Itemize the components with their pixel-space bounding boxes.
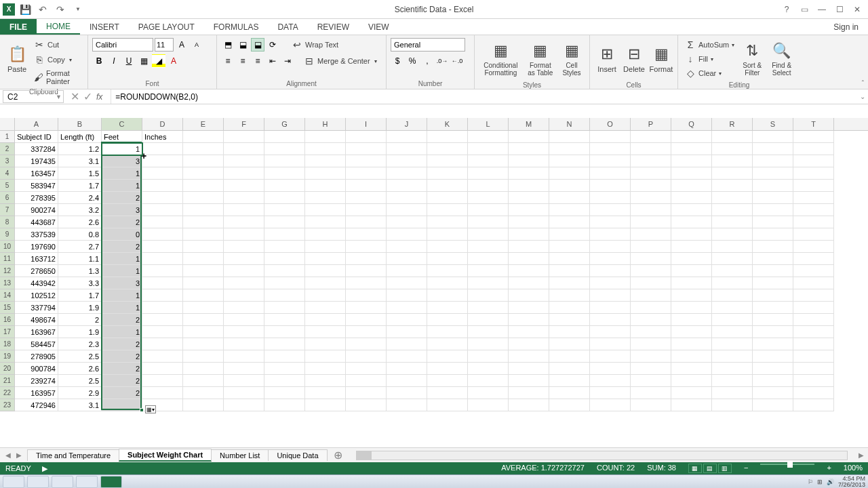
- cell[interactable]: [793, 338, 834, 350]
- cell[interactable]: [793, 204, 834, 216]
- cell[interactable]: 278905: [15, 350, 58, 363]
- cell[interactable]: [387, 253, 427, 265]
- cell[interactable]: [549, 289, 590, 302]
- cell[interactable]: [549, 180, 590, 192]
- cell[interactable]: [468, 277, 509, 289]
- cell[interactable]: [468, 167, 509, 180]
- format-painter-button[interactable]: 🖌Format Painter: [31, 68, 83, 87]
- cell[interactable]: [753, 253, 793, 265]
- cell[interactable]: [305, 314, 346, 326]
- cell[interactable]: [509, 180, 549, 192]
- cell[interactable]: [793, 253, 834, 265]
- cell[interactable]: [671, 375, 712, 387]
- row-header[interactable]: 12: [0, 265, 15, 277]
- cell[interactable]: 2.3: [58, 338, 102, 350]
- cell[interactable]: [183, 363, 224, 375]
- row-header[interactable]: 11: [0, 253, 15, 265]
- cell[interactable]: 3.1: [58, 155, 102, 167]
- cell[interactable]: [793, 326, 834, 338]
- font-size-select[interactable]: [155, 38, 174, 52]
- row-header[interactable]: 6: [0, 192, 15, 204]
- tab-review[interactable]: REVIEW: [308, 19, 359, 35]
- row-header[interactable]: 13: [0, 277, 15, 289]
- taskbar-explorer-icon[interactable]: [27, 476, 49, 488]
- copy-button[interactable]: ⎘Copy▾: [31, 53, 83, 66]
- find-select-button[interactable]: 🔍Find & Select: [767, 38, 796, 80]
- cell[interactable]: 3.2: [58, 204, 102, 216]
- cell[interactable]: [631, 167, 671, 180]
- cell[interactable]: [793, 289, 834, 302]
- cell[interactable]: [387, 387, 427, 399]
- cell[interactable]: [183, 277, 224, 289]
- align-right-icon[interactable]: ≡: [251, 54, 264, 68]
- cell[interactable]: [753, 350, 793, 363]
- namebox-dropdown-icon[interactable]: ▼: [56, 94, 62, 100]
- row-header[interactable]: 9: [0, 228, 15, 241]
- cell[interactable]: [509, 192, 549, 204]
- tab-insert[interactable]: INSERT: [80, 19, 129, 35]
- clear-button[interactable]: ◇Clear▾: [682, 66, 737, 80]
- cell[interactable]: [305, 387, 346, 399]
- column-header[interactable]: S: [753, 118, 793, 130]
- cell[interactable]: [671, 326, 712, 338]
- increase-indent-icon[interactable]: ⇥: [281, 54, 294, 68]
- cell[interactable]: [427, 253, 468, 265]
- cell[interactable]: [631, 204, 671, 216]
- cell[interactable]: [305, 375, 346, 387]
- cell[interactable]: [346, 399, 387, 411]
- cell[interactable]: 102512: [15, 289, 58, 302]
- cell[interactable]: [549, 204, 590, 216]
- cell[interactable]: [793, 277, 834, 289]
- cell[interactable]: [549, 375, 590, 387]
- cell[interactable]: [305, 131, 346, 143]
- cell[interactable]: [142, 167, 183, 180]
- column-header[interactable]: T: [793, 118, 834, 130]
- bold-button[interactable]: B: [92, 54, 106, 68]
- percent-format-icon[interactable]: %: [406, 54, 419, 68]
- cell[interactable]: [387, 192, 427, 204]
- row-header[interactable]: 2: [0, 143, 15, 155]
- cell[interactable]: [631, 277, 671, 289]
- cell[interactable]: [387, 180, 427, 192]
- cell[interactable]: [590, 350, 631, 363]
- taskbar-app-icon[interactable]: [76, 476, 98, 488]
- cell[interactable]: [346, 265, 387, 277]
- cell[interactable]: [142, 216, 183, 228]
- cell[interactable]: [305, 277, 346, 289]
- cell[interactable]: [631, 253, 671, 265]
- cell[interactable]: [549, 363, 590, 375]
- sheet-tab-time-temp[interactable]: Time and Temperature: [27, 449, 119, 461]
- cell[interactable]: [712, 143, 753, 155]
- cell[interactable]: [142, 387, 183, 399]
- cell[interactable]: [590, 265, 631, 277]
- cell[interactable]: [590, 167, 631, 180]
- cell[interactable]: [427, 314, 468, 326]
- cell[interactable]: [346, 289, 387, 302]
- row-header[interactable]: 18: [0, 338, 15, 350]
- cell[interactable]: [142, 289, 183, 302]
- cell[interactable]: [264, 399, 305, 411]
- cell[interactable]: [427, 216, 468, 228]
- cell[interactable]: 1.7: [58, 289, 102, 302]
- cell[interactable]: [468, 314, 509, 326]
- cell[interactable]: [549, 399, 590, 411]
- cell[interactable]: [509, 228, 549, 241]
- cell[interactable]: [142, 302, 183, 314]
- cell[interactable]: [305, 228, 346, 241]
- row-header[interactable]: 7: [0, 204, 15, 216]
- cell[interactable]: [387, 131, 427, 143]
- cell[interactable]: [793, 375, 834, 387]
- cell[interactable]: [387, 228, 427, 241]
- cell[interactable]: [264, 277, 305, 289]
- cell[interactable]: [427, 326, 468, 338]
- sheet-nav-prev-icon[interactable]: ◀: [5, 451, 11, 459]
- cell[interactable]: [509, 253, 549, 265]
- tray-flag-icon[interactable]: ⚐: [808, 479, 813, 485]
- cell[interactable]: 278395: [15, 192, 58, 204]
- cell[interactable]: [142, 375, 183, 387]
- cell[interactable]: [590, 375, 631, 387]
- cell[interactable]: [142, 143, 183, 155]
- cell[interactable]: [224, 399, 264, 411]
- cell[interactable]: [590, 338, 631, 350]
- column-header[interactable]: H: [305, 118, 346, 130]
